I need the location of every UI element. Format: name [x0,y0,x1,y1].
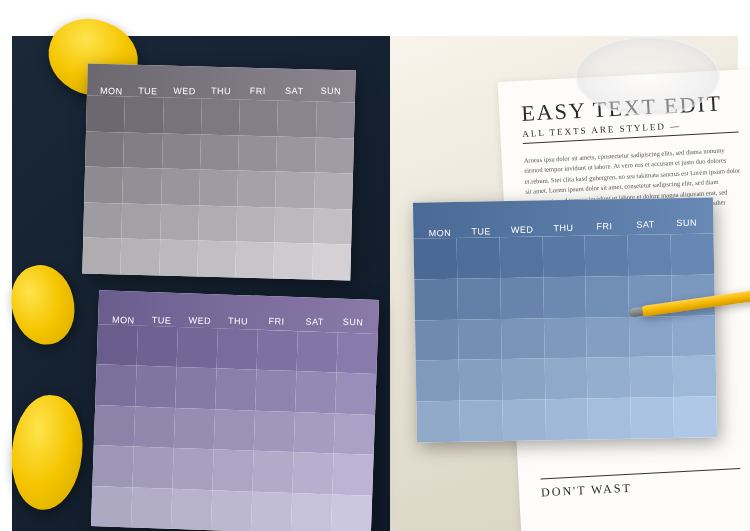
planner-cell [500,277,544,319]
planner-cell [501,359,545,401]
planner-cell [217,328,258,370]
day-label: TUE [142,315,181,326]
planner-cell [159,240,198,277]
planner-cell [313,208,352,245]
day-label: TUE [130,86,167,97]
day-label: FRI [584,221,625,232]
planner-cell [197,241,236,278]
day-label: SUN [313,85,350,96]
planner-cell [294,412,335,454]
planner-cell [414,238,458,280]
planner-grid [91,324,378,531]
planner-cell [312,244,351,281]
planner-cell [629,316,673,358]
day-label: MON [93,86,130,97]
planner-cell [588,398,632,440]
planner-cell [162,133,201,170]
planner-cell [254,410,295,452]
planner-cell [121,203,160,240]
day-label: FRI [257,316,296,327]
planner-cell [334,413,375,455]
planner-cell [545,399,589,441]
planner-cell [211,490,252,531]
planner-cell [499,236,543,278]
planner-cell [123,132,162,169]
day-label: SAT [295,316,334,327]
planner-cell [544,358,588,400]
planner-cell [336,333,377,375]
frame-left [0,0,12,531]
planner-cell [456,237,500,279]
glass-prop [575,36,720,116]
planner-cell [335,373,376,415]
planner-cell [459,360,503,402]
planner-cell [91,486,132,528]
planner-cell [92,445,133,487]
planner-cell [296,331,337,373]
planner-cell [672,315,716,357]
day-label: THU [219,315,258,326]
planner-cell [671,233,715,275]
planner-cell [198,205,237,242]
planner-cell [255,370,296,412]
planner-cell [235,242,274,279]
planner-cell [586,316,630,358]
planner-cell [544,317,588,359]
planner-cell [215,369,256,411]
planner-cell [274,243,313,280]
day-label: THU [203,86,240,97]
day-label: MON [419,228,460,239]
planner-cell [236,206,275,243]
planner-cell [174,408,215,450]
planner-cell [163,98,202,135]
planner-cell [238,135,277,172]
day-label: TUE [460,226,501,237]
planner-cell [201,99,240,136]
planner-cell [131,487,172,529]
planner-cell [132,447,173,489]
planner-cell [674,397,718,439]
planner-cell [276,172,315,209]
planner-cell [459,400,503,442]
planner-cell [314,173,353,210]
planner-cell [85,131,124,168]
day-label: SUN [666,218,707,229]
planner-cell [501,318,545,360]
planner-day-header: MON TUE WED THU FRI SAT SUN [413,197,714,238]
day-label: SUN [334,316,373,327]
planner-cell [135,366,176,408]
day-label: WED [166,86,203,97]
day-label: MON [104,314,143,325]
planner-cell [84,167,123,204]
planner-cell [416,401,460,443]
planner-cell [316,102,355,139]
planner-cell [161,169,200,206]
product-photo-scene: EASY TEXT EDIT ALL TEXTS ARE STYLED — Ar… [0,0,750,531]
weekly-planner-purple: MON TUE WED THU FRI SAT SUN [91,290,379,531]
planner-cell [415,319,459,361]
planner-cell [276,136,315,173]
planner-grid [82,96,355,281]
planner-cell [416,360,460,402]
planner-cell [291,493,332,531]
day-label: WED [502,224,543,235]
planner-cell [257,330,298,372]
planner-cell [586,276,630,318]
planner-cell [97,324,138,366]
planner-cell [160,204,199,241]
planner-cell [457,278,501,320]
planner-cell [82,238,121,275]
day-label: FRI [239,86,276,97]
planner-cell [542,236,586,278]
planner-cell [171,488,212,530]
weekly-planner-grey: MON TUE WED THU FRI SAT SUN [82,64,355,281]
planner-cell [332,454,373,496]
planner-cell [121,239,160,276]
day-label: SAT [625,219,666,230]
planner-cell [252,451,293,493]
planner-cell [94,405,135,447]
planner-cell [628,234,672,276]
newspaper-footer: DON'T WAST [540,468,741,500]
planner-cell [124,97,163,134]
planner-cell [458,319,502,361]
